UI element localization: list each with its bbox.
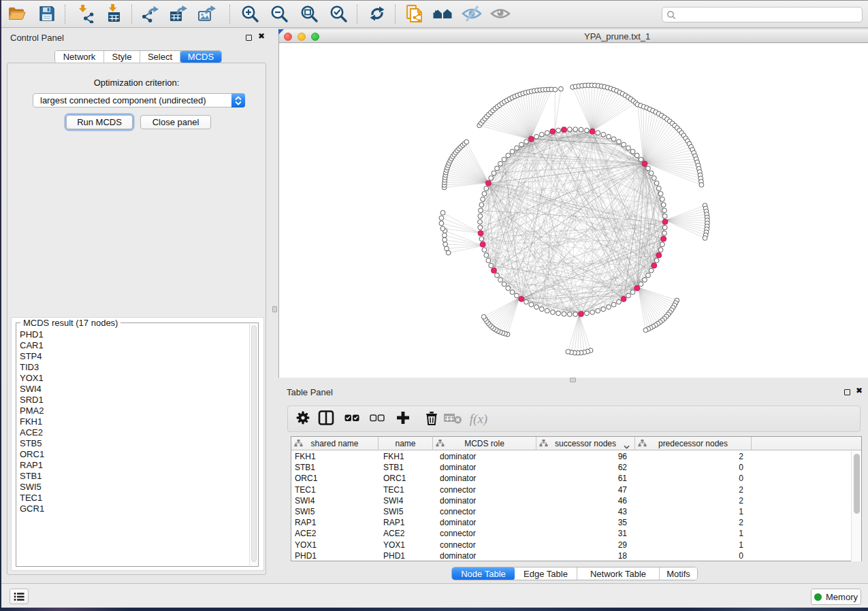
mcds-result-item[interactable]: TID3 bbox=[17, 362, 251, 373]
refresh-button[interactable] bbox=[367, 5, 387, 25]
zoom-selected-button[interactable] bbox=[328, 5, 349, 25]
deselect-all-button[interactable] bbox=[368, 410, 387, 429]
minimize-window-icon[interactable] bbox=[298, 33, 306, 41]
table-row-ACE2[interactable]: ACE2ACE2connector311 bbox=[291, 528, 851, 539]
mcds-result-item[interactable]: STP4 bbox=[17, 351, 251, 362]
overview-button[interactable] bbox=[432, 5, 453, 25]
mcds-result-item[interactable]: PHD1 bbox=[17, 329, 251, 340]
column-header-shared-name[interactable]: shared name bbox=[291, 437, 379, 450]
cell-name: SWI5 bbox=[383, 506, 403, 517]
float-table-panel-icon[interactable] bbox=[844, 389, 850, 395]
table-scrollbar[interactable] bbox=[851, 451, 861, 561]
float-panel-icon[interactable] bbox=[246, 35, 252, 41]
criterion-dropdown[interactable]: largest connected component (undirected) bbox=[33, 93, 245, 108]
vertical-splitter[interactable] bbox=[271, 29, 278, 583]
import-table-button[interactable] bbox=[103, 5, 124, 25]
mcds-result-item[interactable]: PMA2 bbox=[17, 406, 251, 416]
mcds-result-item[interactable]: FKH1 bbox=[17, 416, 251, 427]
tab-mcds[interactable]: MCDS bbox=[180, 51, 221, 63]
mcds-result-item[interactable]: TEC1 bbox=[17, 493, 251, 503]
vertical-splitter-grip[interactable] bbox=[272, 306, 277, 312]
clone-network-button[interactable] bbox=[404, 5, 425, 25]
search-input[interactable] bbox=[676, 10, 846, 20]
gear-button[interactable] bbox=[293, 410, 312, 429]
hide-selected-button[interactable] bbox=[462, 5, 482, 25]
table-row-SWI4[interactable]: SWI4SWI4dominator462 bbox=[291, 495, 851, 506]
select-all-button[interactable] bbox=[342, 410, 361, 429]
export-network-button[interactable] bbox=[140, 5, 161, 25]
main-toolbar bbox=[1, 0, 868, 28]
save-session-button[interactable] bbox=[37, 5, 57, 25]
cell-mcds-role: connector bbox=[440, 506, 476, 517]
table-row-PHD1[interactable]: PHD1PHD1dominator180 bbox=[291, 550, 851, 561]
table-scrollbar-thumb[interactable] bbox=[854, 454, 860, 514]
network-graph[interactable] bbox=[279, 44, 868, 378]
table-row-ORC1[interactable]: ORC1ORC1dominator610 bbox=[291, 473, 851, 484]
mcds-result-title: MCDS result (17 nodes) bbox=[20, 318, 120, 328]
column-header-successor-nodes[interactable]: successor nodes bbox=[536, 437, 635, 450]
mcds-result-item[interactable]: STB1 bbox=[17, 471, 251, 482]
add-column-icon bbox=[396, 410, 411, 428]
search-box[interactable] bbox=[662, 7, 863, 22]
mcds-result-scrollbar-thumb[interactable] bbox=[251, 325, 257, 562]
close-panel-icon[interactable]: ✖ bbox=[258, 32, 265, 41]
column-header-name[interactable]: name bbox=[379, 437, 433, 450]
add-column-button[interactable] bbox=[393, 410, 413, 429]
export-table-button[interactable] bbox=[168, 5, 189, 25]
mcds-result-item[interactable]: RAP1 bbox=[17, 460, 251, 471]
zoom-in-button[interactable] bbox=[240, 5, 260, 25]
mcds-result-item[interactable]: CAR1 bbox=[17, 340, 251, 351]
tab-motifs[interactable]: Motifs bbox=[660, 567, 697, 580]
task-history-button[interactable] bbox=[10, 589, 29, 604]
export-table-icon bbox=[169, 4, 188, 26]
table-row-STB1[interactable]: STB1STB1dominator620 bbox=[291, 462, 851, 473]
column-header-predecessor-nodes[interactable]: predecessor nodes bbox=[635, 437, 752, 450]
tab-network[interactable]: Network bbox=[55, 51, 104, 63]
mcds-result-item[interactable]: GCR1 bbox=[17, 503, 251, 514]
zoom-fit-button[interactable] bbox=[299, 5, 319, 25]
table-row-SWI5[interactable]: SWI5SWI5connector431 bbox=[291, 506, 851, 517]
tab-network-table[interactable]: Network Table bbox=[577, 567, 660, 580]
close-panel-button[interactable]: Close panel bbox=[140, 115, 211, 129]
horizontal-splitter-grip[interactable] bbox=[570, 378, 576, 382]
memory-button[interactable]: Memory bbox=[811, 589, 861, 605]
import-network-button[interactable] bbox=[75, 5, 95, 25]
mcds-result-item[interactable]: ORC1 bbox=[17, 449, 251, 460]
show-all-button[interactable] bbox=[490, 5, 511, 25]
tab-node-table[interactable]: Node Table bbox=[452, 567, 515, 580]
open-file-icon bbox=[7, 4, 27, 26]
mcds-result-item[interactable]: SWI5 bbox=[17, 482, 251, 493]
split-columns-button[interactable] bbox=[317, 410, 336, 429]
table-row-YOX1[interactable]: YOX1YOX1connector291 bbox=[291, 540, 851, 550]
mcds-result-item[interactable]: YOX1 bbox=[17, 373, 251, 384]
close-table-panel-icon[interactable]: ✖ bbox=[856, 386, 863, 395]
column-label: predecessor nodes bbox=[635, 437, 751, 450]
table-row-RAP1[interactable]: RAP1RAP1dominator352 bbox=[291, 517, 851, 528]
mcds-result-item[interactable]: SWI4 bbox=[17, 384, 251, 395]
memory-status-icon bbox=[814, 593, 822, 601]
mcds-result-scrollbar[interactable] bbox=[249, 324, 257, 565]
tab-select[interactable]: Select bbox=[140, 51, 180, 63]
network-frame-titlebar[interactable]: YPA_prune.txt_1 bbox=[279, 29, 868, 43]
column-header-MCDS-role[interactable]: MCDS role bbox=[433, 437, 536, 450]
table-row-TEC1[interactable]: TEC1TEC1connector472 bbox=[291, 484, 851, 495]
close-window-icon[interactable] bbox=[284, 33, 292, 41]
open-file-button[interactable] bbox=[7, 5, 27, 25]
delete-column-button[interactable] bbox=[422, 410, 441, 429]
maximize-window-icon[interactable] bbox=[311, 33, 319, 41]
cell-shared-name: ORC1 bbox=[295, 473, 317, 484]
tab-edge-table[interactable]: Edge Table bbox=[515, 567, 577, 580]
mcds-result-item[interactable]: STB5 bbox=[17, 438, 251, 449]
export-image-button[interactable] bbox=[197, 5, 217, 25]
node-table: shared namenameMCDS rolesuccessor nodesp… bbox=[291, 436, 862, 561]
table-row-FKH1[interactable]: FKH1FKH1dominator962 bbox=[291, 451, 851, 462]
run-mcds-button[interactable]: Run MCDS bbox=[66, 115, 133, 129]
mcds-result-item[interactable]: ACE2 bbox=[17, 427, 251, 438]
cell-mcds-role: dominator bbox=[440, 451, 476, 462]
cell-name: TEC1 bbox=[383, 484, 404, 495]
network-canvas[interactable] bbox=[279, 44, 868, 378]
mcds-result-list[interactable]: PHD1CAR1STP4TID3YOX1SWI4SRD1PMA2FKH1ACE2… bbox=[17, 329, 251, 565]
tab-style[interactable]: Style bbox=[104, 51, 140, 63]
mcds-result-item[interactable]: SRD1 bbox=[17, 395, 251, 406]
zoom-out-button[interactable] bbox=[269, 5, 289, 25]
